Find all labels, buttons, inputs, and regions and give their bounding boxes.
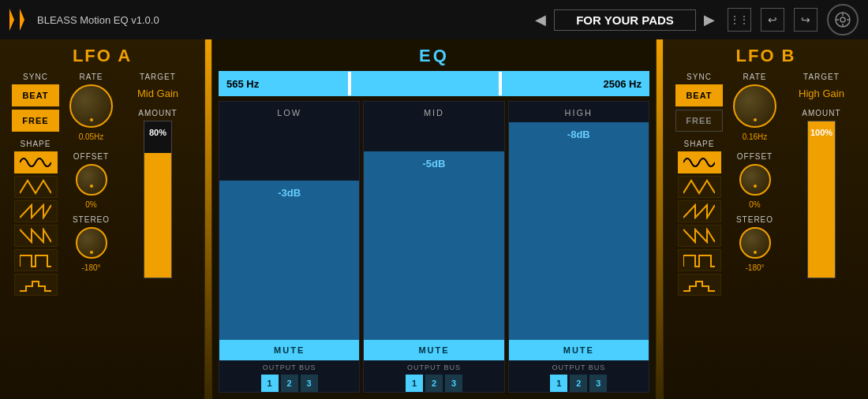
lfo-a-shape-label: SHAPE (21, 140, 51, 148)
logo-chevron-2 (20, 9, 28, 31)
eq-band-high-mute[interactable]: MUTE (509, 340, 649, 360)
app-container: BLEASS Motion EQ v1.0.0 ◀ FOR YOUR PADS … (0, 0, 868, 399)
lfo-b-shape-list (678, 151, 721, 296)
eq-band-high-label: HIGH (565, 108, 593, 117)
shape-rev-sawtooth[interactable] (14, 225, 58, 247)
lfo-a-offset-value: 0% (85, 200, 96, 209)
lfo-b-shape-rev-sawtooth[interactable] (678, 225, 721, 247)
lfo-b-stereo-value: -180° (745, 263, 764, 272)
lfo-a-rate-knob[interactable] (69, 84, 113, 128)
lfo-b-offset-knob[interactable] (739, 164, 771, 196)
eq-band-low-mute[interactable]: MUTE (219, 340, 359, 360)
lfo-b-amount-value: 100% (808, 128, 835, 137)
eq-band-mid-db: -5dB (423, 158, 446, 170)
prev-preset-button[interactable]: ◀ (532, 8, 549, 32)
lfo-a-shape-list (14, 151, 58, 296)
settings-icon[interactable] (827, 4, 859, 35)
lfo-b-shape-square[interactable] (678, 249, 721, 271)
eq-band-high-bus-btns: 1 2 3 (550, 375, 607, 392)
eq-freq-handle-2[interactable] (499, 72, 502, 95)
redo-button[interactable]: ↪ (794, 8, 817, 32)
eq-band-low-bus-2[interactable]: 2 (281, 375, 298, 392)
lfo-b-rate-value: 0.16Hz (743, 132, 768, 141)
lfo-a-offset-label: OFFSET (73, 152, 109, 161)
eq-band-high-db: -8dB (567, 129, 590, 140)
lfo-b-free-button[interactable]: FREE (675, 110, 723, 132)
eq-band-low-bus-3[interactable]: 3 (301, 375, 318, 392)
lfo-b-panel: LFO B SYNC BEAT FREE SHAPE (663, 39, 868, 399)
eq-band-mid-bottom: MUTE OUTPUT BUS 1 2 3 (364, 340, 503, 392)
eq-band-high: HIGH -8dB MUTE OUTPUT BUS 1 2 3 (508, 101, 649, 393)
eq-band-low-label: LOW (277, 108, 301, 117)
accent-bar-b (657, 39, 663, 399)
eq-band-mid: MID -5dB MUTE OUTPUT BUS 1 2 3 (363, 101, 504, 393)
lfo-a-stereo-value: -180° (81, 263, 100, 272)
lfo-b-shape-triangle[interactable] (678, 176, 721, 198)
eq-band-high-output-label: OUTPUT BUS (552, 364, 605, 371)
eq-freq-low: 565 Hz (226, 78, 259, 90)
eq-band-mid-label: MID (424, 108, 444, 117)
shape-sine[interactable] (14, 151, 58, 173)
eq-band-high-bus-1[interactable]: 1 (550, 375, 567, 392)
main-area: LFO A SYNC BEAT FREE SHAPE (0, 39, 868, 399)
lfo-b-target-label: TARGET (803, 73, 840, 81)
lfo-b-beat-button[interactable]: BEAT (675, 84, 723, 106)
lfo-a-rate-label: RATE (80, 73, 103, 81)
eq-band-low-fill: -3dB (219, 181, 359, 340)
lfo-a-amount-fill (144, 153, 171, 278)
eq-band-high-bus-2[interactable]: 2 (570, 375, 587, 392)
lfo-b-stereo-label: STEREO (736, 215, 773, 224)
lfo-b-offset-value: 0% (749, 200, 760, 209)
lfo-b-amount-slider[interactable]: 100% (807, 121, 836, 278)
shape-square[interactable] (14, 249, 58, 271)
lfo-a-offset-knob[interactable] (76, 164, 107, 196)
lfo-a-sync-label: SYNC (23, 73, 48, 81)
next-preset-button[interactable]: ▶ (701, 8, 718, 32)
eq-band-mid-bus-2[interactable]: 2 (425, 375, 443, 392)
lfo-a-free-button[interactable]: FREE (12, 110, 59, 132)
lfo-b-shape-step[interactable] (678, 274, 721, 296)
eq-band-mid-fill: -5dB (364, 151, 503, 340)
lfo-b-target-value: High Gain (799, 88, 844, 99)
lfo-b-shape-label: SHAPE (684, 140, 715, 148)
lfo-b-stereo-knob[interactable] (739, 227, 771, 259)
eq-band-high-bottom: MUTE OUTPUT BUS 1 2 3 (509, 340, 649, 392)
lfo-a-target-value: Mid Gain (137, 88, 178, 99)
eq-title: EQ (219, 46, 649, 66)
eq-band-mid-bus-1[interactable]: 1 (406, 375, 423, 392)
lfo-a-title: LFO A (8, 46, 196, 66)
header: BLEASS Motion EQ v1.0.0 ◀ FOR YOUR PADS … (0, 0, 868, 39)
lfo-b-shape-sine[interactable] (678, 151, 721, 173)
eq-band-mid-mute[interactable]: MUTE (364, 340, 503, 360)
lfo-b-rate-label: RATE (743, 73, 767, 81)
eq-freq-bar[interactable]: 565 Hz 2506 Hz (219, 71, 649, 96)
eq-band-high-bus-3[interactable]: 3 (589, 375, 607, 392)
shape-step[interactable] (14, 274, 58, 296)
eq-freq-handle-1[interactable] (348, 72, 351, 95)
lfo-b-amount-label: AMOUNT (802, 109, 840, 117)
accent-bar-a (205, 39, 211, 399)
shape-sawtooth[interactable] (14, 200, 58, 222)
eq-band-low-bottom: MUTE OUTPUT BUS 1 2 3 (219, 340, 359, 392)
logo-chevron-1 (9, 9, 17, 31)
undo-button[interactable]: ↩ (761, 8, 784, 32)
logo-icon (9, 9, 28, 31)
lfo-a-amount-slider[interactable]: 80% (144, 121, 172, 278)
lfo-a-amount-label: AMOUNT (138, 109, 177, 117)
lfo-a-target-label: TARGET (140, 73, 176, 81)
shape-triangle[interactable] (14, 176, 58, 198)
randomize-button[interactable]: ⋮⋮ (728, 8, 751, 32)
lfo-a-stereo-knob[interactable] (76, 227, 107, 259)
eq-band-low-db: -3dB (278, 187, 301, 199)
eq-band-low-bus-1[interactable]: 1 (261, 375, 279, 392)
eq-bands: LOW -3dB MUTE OUTPUT BUS 1 2 3 (219, 101, 649, 393)
preset-name: FOR YOUR PADS (554, 9, 696, 31)
lfo-b-rate-knob[interactable] (733, 84, 776, 128)
lfo-a-amount-value: 80% (144, 128, 171, 137)
eq-band-mid-bus-3[interactable]: 3 (445, 375, 462, 392)
lfo-a-beat-button[interactable]: BEAT (12, 84, 59, 106)
lfo-b-shape-sawtooth[interactable] (678, 200, 721, 222)
eq-band-low-bus-btns: 1 2 3 (261, 375, 318, 392)
lfo-a-rate-value: 0.05Hz (79, 132, 104, 141)
eq-band-high-fill: -8dB (509, 122, 649, 340)
